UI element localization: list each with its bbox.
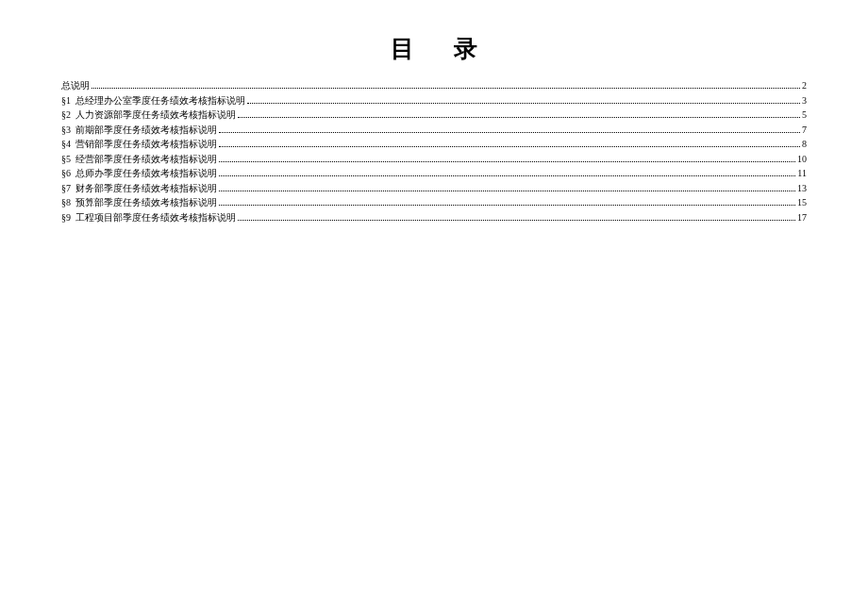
toc-page: 3	[802, 93, 807, 108]
toc-label: 营销部季度任务绩效考核指标说明	[75, 137, 217, 151]
toc-label: 工程项目部季度任务绩效考核指标说明	[75, 210, 236, 224]
toc-leader	[219, 126, 800, 133]
toc-page: 13	[797, 181, 807, 195]
toc-label: 总经理办公室季度任务绩效考核指标说明	[75, 93, 245, 108]
toc-page: 15	[797, 195, 807, 209]
toc-leader	[238, 111, 800, 118]
toc-entry: §6 总师办季度任务绩效考核指标说明 11	[61, 166, 807, 180]
toc-page: 8	[802, 137, 807, 151]
toc-page: 5	[802, 108, 807, 122]
toc-leader	[219, 199, 795, 206]
toc-leader	[219, 170, 795, 176]
toc-page: 7	[802, 123, 807, 137]
toc-prefix: §5	[61, 152, 73, 166]
toc-prefix: §1	[61, 93, 73, 108]
toc-label: 经营部季度任务绩效考核指标说明	[75, 152, 217, 166]
toc-prefix: §3	[61, 123, 73, 137]
toc-prefix: §6	[61, 166, 73, 180]
toc-entry: 总说明 2	[61, 78, 807, 92]
toc-leader	[219, 156, 795, 162]
toc-prefix: §4	[61, 137, 73, 151]
toc-page: 10	[797, 152, 807, 166]
toc-leader	[247, 97, 800, 104]
toc-entry: §7 财务部季度任务绩效考核指标说明 13	[61, 181, 807, 195]
toc-page: 11	[797, 166, 807, 180]
toc-entry: §4 营销部季度任务绩效考核指标说明 8	[61, 137, 807, 151]
toc-leader	[92, 82, 800, 89]
toc-prefix: §7	[61, 181, 73, 195]
toc-label: 预算部季度任务绩效考核指标说明	[75, 195, 217, 209]
toc-entry: §3 前期部季度任务绩效考核指标说明 7	[61, 123, 807, 137]
toc-entry: §8 预算部季度任务绩效考核指标说明 15	[61, 195, 807, 209]
toc-entry: §9 工程项目部季度任务绩效考核指标说明 17	[61, 210, 807, 224]
toc-leader	[219, 141, 800, 147]
toc-label: 总师办季度任务绩效考核指标说明	[75, 166, 217, 180]
table-of-contents: 总说明 2 §1 总经理办公室季度任务绩效考核指标说明 3 §2 人力资源部季度…	[61, 78, 807, 224]
toc-entry: §2 人力资源部季度任务绩效考核指标说明 5	[61, 108, 807, 122]
toc-label: 财务部季度任务绩效考核指标说明	[75, 181, 217, 195]
toc-label: 总说明	[61, 78, 90, 92]
page-title: 目录	[61, 33, 807, 64]
toc-leader	[238, 214, 795, 221]
toc-entry: §1 总经理办公室季度任务绩效考核指标说明 3	[61, 93, 807, 108]
toc-prefix: §9	[61, 210, 73, 224]
toc-page: 2	[802, 78, 807, 92]
toc-prefix: §2	[61, 108, 73, 122]
toc-entry: §5 经营部季度任务绩效考核指标说明 10	[61, 152, 807, 166]
toc-label: 前期部季度任务绩效考核指标说明	[75, 123, 217, 137]
toc-prefix: §8	[61, 195, 73, 209]
toc-label: 人力资源部季度任务绩效考核指标说明	[75, 108, 236, 122]
toc-leader	[219, 185, 795, 191]
toc-page: 17	[797, 210, 807, 224]
